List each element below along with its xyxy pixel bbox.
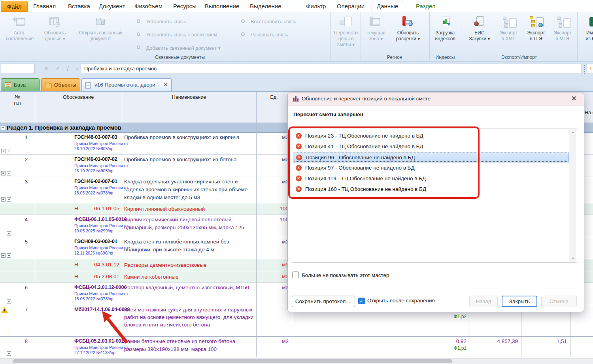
highlight-annotation-box xyxy=(288,126,480,199)
dialog-title-bar[interactable]: Обновление и пересчет позиций в локально… xyxy=(288,92,584,106)
tab-data[interactable]: Данные xyxy=(372,1,403,12)
app-window: Файл Главная Вставка Документ Физобъем Р… xyxy=(0,0,593,364)
tab-execution[interactable]: Выполнение xyxy=(202,2,242,12)
chart-icon xyxy=(293,96,299,102)
tab-insert[interactable]: Вставка xyxy=(66,2,93,12)
tab-filter[interactable]: Фильтр xyxy=(304,2,328,12)
tab-objects[interactable]: Объекты xyxy=(41,78,80,91)
expand-icon[interactable] xyxy=(7,231,11,236)
group-label-export-import: Экспорт/Импорт xyxy=(501,55,537,60)
chain-broken-icon xyxy=(241,32,245,36)
header-num: № xyxy=(15,94,20,100)
header-unit: Ед. xyxy=(270,94,278,100)
expand-icon[interactable] xyxy=(7,149,11,153)
group-label-indexes: Индексы xyxy=(436,55,455,60)
expand-icon[interactable] xyxy=(1,253,6,258)
open-linked-doc-icon xyxy=(94,15,108,29)
chain-icon xyxy=(137,19,140,23)
scroll-down-icon[interactable]: ▼ xyxy=(569,255,577,262)
restore-link-button[interactable]: Восстановить связь xyxy=(241,19,296,25)
eis-purchases-button[interactable]: ЕИСЗакупки ▾ xyxy=(466,14,493,42)
chain-icon xyxy=(137,45,140,49)
tab-razdel[interactable]: Раздел xyxy=(414,2,438,12)
back-button[interactable]: Назад xyxy=(469,296,498,307)
export-mge-button[interactable]: Экспортв МГЭ xyxy=(550,14,576,42)
export-gge-button[interactable]: Экспортв ГГЭ xyxy=(523,14,550,42)
cancel-icon[interactable]: ✕ xyxy=(44,65,56,71)
chain-check-icon xyxy=(241,19,245,23)
tab-file[interactable]: Файл xyxy=(1,1,28,12)
scrollbar-thumb[interactable] xyxy=(13,359,452,363)
tab-physvolume[interactable]: Физобъем xyxy=(132,2,165,12)
header-num2: п.п xyxy=(14,100,21,106)
expand-icon[interactable] xyxy=(1,171,6,175)
expand-icon[interactable] xyxy=(1,149,6,153)
dialog-status: Пересчет сметы завершен xyxy=(293,111,363,117)
open-after-checkbox[interactable] xyxy=(358,298,365,304)
list-scrollbar[interactable]: ▲ ▼ xyxy=(569,129,576,262)
group-label-linked-docs: Связанные документы xyxy=(155,55,205,60)
add-linked-doc-button[interactable]: Добавить связанный документ ▾ xyxy=(137,45,221,51)
horizontal-scrollbar[interactable] xyxy=(0,358,593,364)
scroll-up-icon[interactable]: ▲ xyxy=(569,129,577,136)
header-basis: Обоснование xyxy=(63,94,94,100)
expand-icon[interactable] xyxy=(1,197,6,202)
table-row[interactable]: 8 ФСБЦ-05.2.03.01-0015 Приказ Минстроя Р… xyxy=(0,337,593,357)
dialog-title: Обновление и пересчет позиций в локально… xyxy=(302,96,431,102)
expand-icon[interactable] xyxy=(7,253,11,258)
dont-show-label: Больше не показывать этот мастер xyxy=(302,272,389,278)
enter-icon[interactable]: ✓ xyxy=(56,65,67,71)
name-box[interactable] xyxy=(1,64,35,74)
refresh-data-icon xyxy=(48,15,62,29)
expand-icon[interactable] xyxy=(7,171,11,175)
transfer-prices-button[interactable]: Перенестицены в сметы ▾ xyxy=(332,14,360,48)
refresh-data-button[interactable]: Обновитьданные ▾ xyxy=(38,14,72,42)
export-xml-button[interactable]: Экспортв XML xyxy=(495,14,522,42)
folder-icon xyxy=(45,83,52,88)
tab-base[interactable]: База xyxy=(1,78,40,91)
excel-icon: X xyxy=(587,15,593,29)
formula-bar: ✕✓fx Пробивка и закладка проемов По xyxy=(0,62,593,76)
splitter-handle[interactable] xyxy=(584,65,585,74)
ribbon-tab-bar: Файл Главная Вставка Документ Физобъем Р… xyxy=(0,0,593,12)
search-box[interactable]: По xyxy=(587,64,593,74)
update-rates-icon xyxy=(401,15,415,29)
transfer-prices-icon xyxy=(339,15,353,29)
break-link-button[interactable]: Разорвать связь xyxy=(241,32,288,38)
tab-document[interactable]: Документ xyxy=(96,2,128,12)
expand-icon[interactable] xyxy=(7,299,11,304)
dont-show-checkbox[interactable] xyxy=(292,272,299,278)
tab-resources[interactable]: Ресурсы xyxy=(171,2,199,12)
expand-icon[interactable] xyxy=(7,331,11,335)
tab-operations[interactable]: Операции xyxy=(334,2,367,12)
formula-input[interactable]: Пробивка и закладка проемов xyxy=(81,64,582,74)
cancel-button[interactable]: Отмена xyxy=(541,296,577,307)
auto-compose-button[interactable]: Авто-составление xyxy=(2,14,37,42)
group-label-region: Регион xyxy=(387,55,402,60)
tab-selection[interactable]: Выделение xyxy=(247,2,283,12)
close-icon[interactable]: ✕ xyxy=(571,94,577,103)
set-link-attachment-button[interactable]: Установить связь с вложением xyxy=(137,32,217,38)
close-button[interactable]: Закрыть xyxy=(502,296,537,307)
tab-document-v16[interactable]: v16 Проемы окна, двери ✕ xyxy=(81,78,172,91)
header-per-unit: На ед. xyxy=(585,110,593,115)
document-tab-strip: База Объекты v16 Проемы окна, двери ✕ xyxy=(0,76,593,92)
export-xml-icon xyxy=(501,15,516,29)
save-protocol-button[interactable]: Сохранить протокол ... xyxy=(292,296,355,307)
export-mge-icon xyxy=(555,15,570,29)
expand-icon[interactable] xyxy=(7,197,11,202)
open-after-label: Открыть после сохранения xyxy=(367,298,435,304)
load-indexes-button[interactable]: Загрузкаиндексов xyxy=(431,14,459,42)
expand-icon[interactable] xyxy=(7,351,11,356)
collapse-icon[interactable]: − xyxy=(1,126,5,130)
update-rates-button[interactable]: Обновитьрасценки ▾ xyxy=(392,14,424,42)
auto-compose-icon xyxy=(13,15,27,29)
import-excel-button[interactable]: X Импортиз Excel xyxy=(579,14,593,42)
tab-main[interactable]: Главная xyxy=(31,2,58,12)
ribbon: Авто-составление Обновитьданные ▾ Открыт… xyxy=(0,12,593,62)
current-zone-button[interactable]: Текущаязона ▾ xyxy=(362,14,390,42)
open-linked-doc-button[interactable]: Открыть связанныйдокумент xyxy=(73,14,129,42)
close-tab-icon[interactable]: ✕ xyxy=(163,79,168,91)
current-zone-icon xyxy=(369,15,383,29)
set-link-button[interactable]: Установить связь xyxy=(137,19,186,25)
